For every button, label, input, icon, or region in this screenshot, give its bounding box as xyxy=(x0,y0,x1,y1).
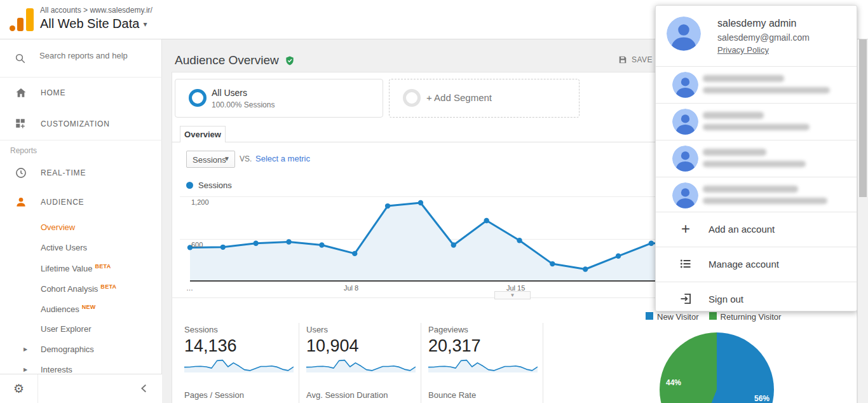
add-segment-button[interactable]: + Add Segment xyxy=(389,79,580,118)
sidebar-divider xyxy=(0,140,162,140)
segment-donut-icon xyxy=(189,89,207,107)
pie-label-returning: 44% xyxy=(666,378,681,387)
other-account-row-blurred[interactable] xyxy=(656,177,858,214)
card-label-bounce-rate: Bounce Rate xyxy=(428,390,476,400)
sign-out-icon xyxy=(679,292,693,306)
home-icon xyxy=(15,86,27,99)
property-selector[interactable]: All Web Site Data▾ xyxy=(40,17,147,31)
account-menu-panel: salesdemy admin salesdemy@gmail.com Priv… xyxy=(655,5,857,311)
blurred-account-email xyxy=(703,124,810,130)
search-input[interactable] xyxy=(39,51,154,60)
other-account-row-blurred[interactable] xyxy=(656,104,858,140)
card-label-users: Users xyxy=(306,325,328,334)
gear-icon: ⚙ xyxy=(13,381,24,396)
list-icon xyxy=(679,257,693,271)
caret-down-icon: ▼ xyxy=(495,292,530,299)
beta-badge: BETA xyxy=(95,263,111,270)
expand-arrow-icon[interactable]: ▶ xyxy=(24,367,27,372)
card-label-sessions: Sessions xyxy=(184,325,218,334)
sidebar-item-customization[interactable]: CUSTOMIZATION xyxy=(0,109,162,140)
page-title: Audience Overview xyxy=(175,53,295,67)
sidebar-item-active-users[interactable]: Active Users xyxy=(0,238,162,258)
chevron-left-icon xyxy=(137,381,151,395)
sidebar: HOME CUSTOMIZATION Reports REAL-TIME AUD… xyxy=(0,39,162,403)
property-name: All Web Site Data xyxy=(40,17,139,31)
card-label-pages-session: Pages / Session xyxy=(184,390,244,400)
segment-donut-icon xyxy=(403,89,421,107)
google-analytics-logo-icon[interactable] xyxy=(9,7,37,32)
sidebar-item-audiences[interactable]: AudiencesNEW xyxy=(0,299,162,319)
breadcrumb-separator: > xyxy=(83,6,88,15)
avatar xyxy=(672,146,698,172)
blurred-account-email xyxy=(703,198,827,204)
pie-label-new: 56% xyxy=(754,394,770,403)
card-label-avg-duration: Avg. Session Duration xyxy=(306,390,388,400)
collapse-sidebar-button[interactable] xyxy=(137,381,153,397)
beta-badge: BETA xyxy=(100,283,116,290)
sidebar-item-overview[interactable]: Overview xyxy=(0,217,162,238)
customization-icon xyxy=(15,118,27,130)
save-button[interactable]: SAVE xyxy=(618,55,653,64)
manage-account-menu-item[interactable]: Manage account xyxy=(656,247,858,282)
new-badge: NEW xyxy=(82,304,96,310)
legend-dot-icon xyxy=(186,182,193,189)
add-account-menu-item[interactable]: + Add an account xyxy=(656,212,858,247)
x-tick-start: … xyxy=(186,284,193,292)
scrollbar-thumb[interactable] xyxy=(859,39,867,197)
avatar xyxy=(667,17,701,51)
sign-out-menu-item[interactable]: Sign out xyxy=(656,282,858,317)
chart-expander-button[interactable]: ▼ xyxy=(494,291,531,299)
sidebar-item-user-explorer[interactable]: User Explorer xyxy=(0,319,162,339)
breadcrumb-all-accounts[interactable]: All accounts xyxy=(40,6,81,15)
sidebar-item-audience[interactable]: AUDIENCE xyxy=(0,187,162,218)
avatar xyxy=(672,182,698,208)
avatar xyxy=(672,109,698,135)
other-account-row-blurred[interactable] xyxy=(656,140,858,177)
segment-all-users[interactable]: All Users 100.00% Sessions xyxy=(175,79,383,118)
expand-arrow-icon[interactable]: ▶ xyxy=(24,346,27,352)
privacy-policy-link[interactable]: Privacy Policy xyxy=(717,45,769,55)
sparkline-sessions xyxy=(184,356,294,372)
breadcrumb: All accounts > www.salesdemy.ir/ xyxy=(40,6,153,15)
y-tick-600: 600 xyxy=(191,241,203,249)
sidebar-item-real-time[interactable]: REAL-TIME xyxy=(0,158,162,189)
reports-section-label: Reports xyxy=(10,146,37,155)
analytics-screen: All accounts > www.salesdemy.ir/ All Web… xyxy=(0,0,868,403)
search-icon xyxy=(15,53,26,64)
metric-dropdown[interactable]: Sessions ▼ xyxy=(186,151,235,168)
current-account-row: salesdemy admin salesdemy@gmail.com Priv… xyxy=(656,6,858,66)
tab-overview[interactable]: Overview xyxy=(180,126,226,142)
select-a-metric-link[interactable]: Select a metric xyxy=(255,154,310,163)
blurred-account-email xyxy=(703,87,830,93)
card-separator xyxy=(543,323,543,403)
plus-icon: + xyxy=(679,222,693,236)
sidebar-search[interactable] xyxy=(0,39,162,78)
dropdown-caret-icon: ▼ xyxy=(224,155,230,162)
card-value-sessions: 14,136 xyxy=(184,336,237,356)
sidebar-item-lifetime-value[interactable]: Lifetime ValueBETA xyxy=(0,258,162,278)
vertical-scrollbar[interactable] xyxy=(857,39,868,403)
avatar xyxy=(672,72,698,98)
property-caret-icon: ▾ xyxy=(143,20,147,29)
x-tick-jul8: Jul 8 xyxy=(344,284,358,292)
admin-gear-button[interactable]: ⚙ xyxy=(0,374,38,403)
sparkline-users xyxy=(306,356,416,372)
sidebar-item-cohort-analysis[interactable]: Cohort AnalysisBETA xyxy=(0,278,162,299)
new-visitor-swatch-icon xyxy=(646,312,653,320)
breadcrumb-site[interactable]: www.salesdemy.ir/ xyxy=(90,6,152,15)
card-separator xyxy=(421,323,421,403)
save-floppy-icon xyxy=(618,55,627,64)
card-value-pageviews: 20,317 xyxy=(428,336,481,356)
blurred-account-email xyxy=(703,161,806,167)
other-account-row-blurred[interactable] xyxy=(656,67,858,103)
vs-label: VS. xyxy=(240,154,252,163)
blurred-account-name xyxy=(703,186,798,193)
sidebar-item-home[interactable]: HOME xyxy=(0,78,162,109)
account-email: salesdemy@gmail.com xyxy=(717,32,810,43)
y-tick-1200: 1,200 xyxy=(191,198,209,206)
person-icon xyxy=(15,196,27,208)
clock-icon xyxy=(15,167,27,179)
verified-shield-icon xyxy=(285,55,295,66)
sidebar-item-demographics[interactable]: ▶ Demographics xyxy=(0,339,162,360)
card-label-pageviews: Pageviews xyxy=(428,325,468,334)
